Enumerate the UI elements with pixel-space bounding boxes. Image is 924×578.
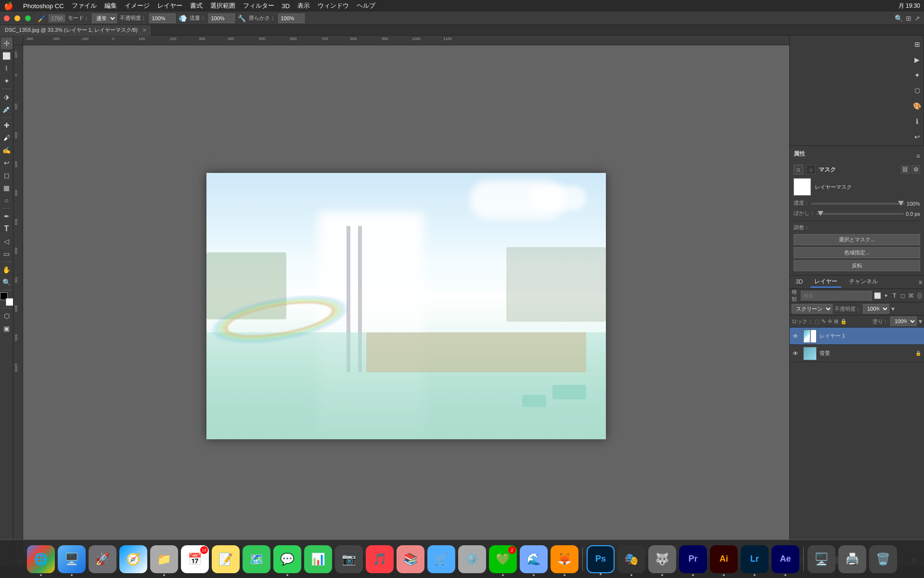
path-tool[interactable]: ◁ bbox=[1, 236, 13, 247]
panel-icon-color[interactable]: 🎨 bbox=[911, 99, 924, 113]
screen-mode-btn[interactable]: ▣ bbox=[1, 323, 13, 334]
dock-print[interactable]: 🖨️ bbox=[838, 545, 866, 573]
lock-all-icon[interactable]: 🔒 bbox=[840, 318, 847, 325]
panel-icon-channels[interactable]: ▶ bbox=[911, 53, 924, 66]
invert-btn[interactable]: 反転 bbox=[794, 260, 920, 271]
dodge-tool[interactable]: ○ bbox=[1, 195, 13, 206]
tab-channels[interactable]: チャンネル bbox=[845, 276, 882, 288]
history-brush-tool[interactable]: ↩ bbox=[1, 157, 13, 169]
menu-window[interactable]: ウィンドウ bbox=[318, 1, 349, 10]
mask-thumbnail[interactable] bbox=[794, 178, 811, 196]
dock-numbers[interactable]: 📊 bbox=[304, 545, 332, 573]
dock-safari[interactable]: 🧭 bbox=[119, 545, 147, 573]
foreground-background-colors[interactable] bbox=[0, 292, 13, 306]
layers-filter-toggle[interactable] bbox=[917, 292, 922, 299]
clone-stamp-tool[interactable]: ✍ bbox=[1, 144, 13, 156]
dock-firefox[interactable]: 🦊 bbox=[551, 545, 578, 573]
maximize-btn[interactable] bbox=[25, 15, 31, 21]
lasso-tool[interactable]: ⌇ bbox=[1, 63, 13, 74]
dock-settings[interactable]: ⚙️ bbox=[458, 545, 486, 573]
select-mask-btn[interactable]: 選択とマスク... bbox=[794, 234, 920, 245]
vector-mask-icon[interactable]: ◇ bbox=[806, 165, 816, 174]
minimize-btn[interactable] bbox=[14, 15, 20, 21]
menu-view[interactable]: 表示 bbox=[297, 1, 310, 10]
lock-position-icon[interactable]: ✢ bbox=[828, 318, 832, 325]
dock-music[interactable]: 🎵 bbox=[366, 545, 394, 573]
blend-mode-select[interactable]: 通常 bbox=[92, 13, 117, 23]
lock-paint-icon[interactable]: ✎ bbox=[821, 318, 826, 325]
background-color[interactable] bbox=[6, 298, 13, 306]
menu-app-name[interactable]: Photoshop CC bbox=[23, 2, 64, 10]
dock-photobooth[interactable]: 📷 bbox=[335, 545, 363, 573]
dock-finder-app[interactable]: 📁 bbox=[150, 545, 178, 573]
layers-panel-menu-icon[interactable]: ≡ bbox=[919, 279, 922, 286]
dock-line[interactable]: 💚 2 bbox=[489, 545, 517, 573]
flow-input[interactable] bbox=[208, 13, 235, 23]
pen-tool[interactable]: ✒ bbox=[1, 210, 13, 222]
crop-tool[interactable]: ⬗ bbox=[1, 91, 13, 103]
layers-filter-shape[interactable]: ◻ bbox=[899, 291, 906, 301]
density-slider[interactable] bbox=[811, 201, 905, 207]
panel-icon-properties[interactable]: ✦ bbox=[911, 68, 924, 82]
dock-maps[interactable]: 🗺️ bbox=[243, 545, 270, 573]
layers-filter-text[interactable]: T bbox=[891, 291, 898, 301]
layer-item-layer1[interactable]: 👁 レイヤー 1 bbox=[790, 328, 924, 345]
dock-calendar[interactable]: 📅 16 bbox=[181, 545, 209, 573]
dock-books[interactable]: 📚 bbox=[397, 545, 424, 573]
panel-icon-layers[interactable]: ⊞ bbox=[911, 38, 924, 51]
properties-expand-icon[interactable]: ≡ bbox=[916, 152, 920, 160]
dock-aftereffects[interactable]: Ae bbox=[771, 545, 799, 573]
dock-photoshop[interactable]: Ps bbox=[587, 545, 615, 573]
eyedropper-tool[interactable]: 💉 bbox=[1, 104, 13, 115]
panel-icon-history[interactable]: ↩ bbox=[911, 130, 924, 144]
menu-help[interactable]: ヘルプ bbox=[357, 1, 375, 10]
fill-more-options[interactable]: ▾ bbox=[919, 317, 922, 325]
dock-lightroom[interactable]: Lr bbox=[741, 545, 769, 573]
airbrush-icon[interactable]: 💨 bbox=[179, 14, 187, 22]
menu-file[interactable]: ファイル bbox=[72, 1, 97, 10]
brush-size-display[interactable]: 1760 bbox=[49, 14, 65, 22]
brush-tool[interactable]: 🖌 bbox=[1, 132, 13, 144]
magic-wand-tool[interactable]: ✦ bbox=[1, 75, 13, 87]
healing-tool[interactable]: ✚ bbox=[1, 119, 13, 131]
menu-filter[interactable]: フィルター bbox=[243, 1, 274, 10]
pixel-mask-icon[interactable]: □ bbox=[794, 165, 803, 174]
document-tab[interactable]: DSC_1359.jpg @ 33.3% (レイヤー 1, レイヤーマスク/8)… bbox=[0, 25, 152, 36]
shape-tool[interactable]: ▭ bbox=[1, 248, 13, 260]
hand-tool[interactable]: ✋ bbox=[1, 264, 13, 276]
smoothing-input[interactable] bbox=[278, 13, 305, 23]
menu-3d[interactable]: 3D bbox=[282, 2, 290, 10]
panel-icon-adjustment[interactable]: ⬡ bbox=[911, 84, 924, 97]
search-icon[interactable]: 🔍 bbox=[895, 14, 903, 22]
opacity-dropdown[interactable]: 100% bbox=[863, 304, 889, 314]
close-btn[interactable] bbox=[4, 15, 10, 21]
menu-image[interactable]: イメージ bbox=[125, 1, 150, 10]
dock-finder[interactable]: 🖥️ bbox=[58, 545, 86, 573]
arrange-icon[interactable]: ⊞ bbox=[906, 14, 911, 22]
tab-3d[interactable]: 3D bbox=[792, 277, 807, 287]
dock-notes[interactable]: 📝 bbox=[212, 545, 240, 573]
dock-desktop[interactable]: 🖥️ bbox=[808, 545, 835, 573]
type-tool[interactable]: T bbox=[1, 223, 13, 235]
mask-link-icon[interactable]: ⛓ bbox=[901, 165, 910, 174]
background-visibility-eye[interactable]: 👁 bbox=[793, 350, 800, 357]
layers-filter-pixel[interactable]: ⬜ bbox=[874, 291, 881, 301]
blur-slider[interactable] bbox=[817, 211, 904, 217]
dock-illustrator[interactable]: Ai bbox=[710, 545, 738, 573]
layer-more-options[interactable]: ▾ bbox=[891, 305, 895, 313]
layers-filter-adjust[interactable]: ✦ bbox=[883, 291, 889, 301]
lock-transparent-icon[interactable]: ⬚ bbox=[815, 318, 820, 325]
dock-trash[interactable]: 🗑️ bbox=[869, 545, 897, 573]
dock-arc[interactable]: 🌊 bbox=[520, 545, 548, 573]
layer-item-background[interactable]: 👁 背景 🔒 bbox=[790, 345, 924, 362]
menu-text[interactable]: 書式 bbox=[190, 1, 203, 10]
menu-layer[interactable]: レイヤー bbox=[157, 1, 182, 10]
apple-menu[interactable]: 🍎 bbox=[4, 1, 13, 11]
gradient-tool[interactable]: ▦ bbox=[1, 182, 13, 194]
share-icon[interactable]: ↗ bbox=[914, 14, 920, 22]
eraser-tool[interactable]: ◻ bbox=[1, 170, 13, 181]
lock-artboard-icon[interactable]: ⊞ bbox=[834, 318, 838, 325]
menu-select[interactable]: 選択範囲 bbox=[210, 1, 235, 10]
color-range-btn[interactable]: 色域指定... bbox=[794, 247, 920, 258]
panel-icon-info[interactable]: ℹ bbox=[911, 115, 924, 128]
